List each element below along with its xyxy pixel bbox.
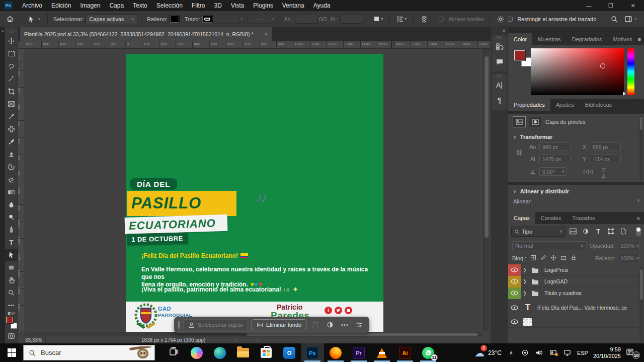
lock-artboard-icon[interactable] bbox=[560, 255, 567, 262]
type-tool[interactable]: T bbox=[5, 236, 18, 249]
zoom-tool[interactable] bbox=[5, 286, 18, 299]
align-panel-chevron-icon[interactable]: ∨ bbox=[636, 198, 640, 203]
horizontal-ruler[interactable]: 6005004003002001000100200300400500600700… bbox=[25, 41, 491, 49]
restore-button[interactable]: ❐ bbox=[600, 0, 622, 11]
filter-type-layers-icon[interactable]: T bbox=[593, 228, 603, 235]
poster-artwork[interactable]: DÍA DEL PASILLO ♪♪ ECUATORIANO 1 DE OCTU… bbox=[126, 54, 383, 332]
status-next-icon[interactable]: 〉 bbox=[235, 337, 240, 343]
color-picker-ring[interactable] bbox=[600, 63, 605, 68]
tab-propiedades[interactable]: Propiedades bbox=[508, 99, 550, 111]
horizontal-scrollbar-thumb[interactable] bbox=[247, 333, 478, 336]
menu-edicion[interactable]: Edición bbox=[47, 0, 75, 11]
notification-center-icon[interactable]: 10 bbox=[626, 348, 639, 357]
vlc-button[interactable] bbox=[370, 343, 393, 362]
character-panel-icon[interactable]: A| bbox=[492, 78, 507, 93]
file-explorer-button[interactable] bbox=[231, 343, 255, 362]
menu-ayuda[interactable]: Ayuda bbox=[309, 0, 335, 11]
filter-adjustment-layers-icon[interactable] bbox=[581, 228, 591, 235]
layer-name[interactable]: Titulo y cuadros bbox=[544, 290, 582, 296]
mask-icon[interactable] bbox=[529, 117, 541, 127]
foreground-color-well[interactable] bbox=[514, 50, 525, 60]
menu-seleccion[interactable]: Selección bbox=[152, 0, 187, 11]
color-saturation-field[interactable] bbox=[531, 48, 624, 95]
home-icon[interactable] bbox=[3, 15, 17, 23]
fill-swatch[interactable] bbox=[170, 15, 180, 23]
layer-name[interactable]: LogoGAD bbox=[544, 278, 568, 284]
eraser-tool[interactable] bbox=[5, 173, 18, 186]
outlook-button[interactable]: O bbox=[278, 343, 301, 362]
tab-motivos[interactable]: Motivos bbox=[607, 33, 637, 45]
link-wh-icon[interactable]: ⛓ bbox=[516, 149, 522, 156]
vertical-scrollbar-thumb[interactable] bbox=[485, 56, 489, 238]
layer-visibility-toggle[interactable] bbox=[508, 287, 521, 299]
lasso-tool[interactable] bbox=[5, 60, 18, 73]
brush-tool[interactable] bbox=[5, 135, 18, 148]
move-tool[interactable] bbox=[5, 35, 18, 47]
clock[interactable]: 9:59 20/10/2025 bbox=[593, 346, 621, 359]
shape-operations-icon[interactable]: ▾ bbox=[370, 15, 386, 23]
task-view-button[interactable] bbox=[162, 343, 185, 362]
start-button[interactable] bbox=[0, 343, 23, 362]
link-dimensions-icon[interactable]: GD bbox=[319, 16, 328, 22]
hue-slider-marker[interactable] bbox=[623, 92, 626, 96]
healing-brush-tool[interactable] bbox=[5, 123, 18, 135]
pen-tool[interactable] bbox=[5, 224, 18, 236]
layer-filter-dropdown[interactable]: Tipo ∨ bbox=[511, 227, 566, 237]
status-prev-icon[interactable]: 〈 bbox=[254, 337, 259, 343]
menu-filtro[interactable]: Filtro bbox=[187, 0, 210, 11]
marquee-tool[interactable] bbox=[5, 47, 18, 60]
layer-visibility-toggle[interactable] bbox=[508, 302, 521, 313]
edit-toolbar-icon[interactable]: ••• bbox=[5, 299, 18, 312]
volume-icon[interactable] bbox=[535, 349, 544, 356]
width-input[interactable] bbox=[296, 15, 318, 24]
layer-row[interactable]: TiFeliz Día del Pas... Valle Hermoso, ce bbox=[508, 299, 644, 316]
toolbar-grip[interactable]: ⣿⣿ bbox=[9, 27, 14, 35]
tray-expand-icon[interactable]: ∧ bbox=[507, 350, 516, 355]
vertical-ruler[interactable]: 0100200300400500600700800900100011001200… bbox=[18, 49, 25, 332]
lock-pixels-icon[interactable] bbox=[540, 255, 546, 262]
context-bar-settings-icon[interactable] bbox=[354, 321, 365, 328]
premiere-button[interactable]: Pr bbox=[347, 343, 370, 362]
filter-pixel-layers-icon[interactable] bbox=[568, 228, 578, 235]
menu-3d[interactable]: 3D bbox=[209, 0, 226, 11]
language-indicator[interactable]: ESP bbox=[577, 350, 588, 356]
angle-value[interactable]: 0,00°∨ bbox=[539, 167, 567, 176]
group-expand-icon[interactable]: ❯ bbox=[521, 291, 528, 296]
photoshop-taskbar-button[interactable]: Ps bbox=[301, 343, 324, 362]
canvas[interactable]: DÍA DEL PASILLO ♪♪ ECUATORIANO 1 DE OCTU… bbox=[25, 49, 484, 332]
menu-plugins[interactable]: Plugins bbox=[249, 0, 277, 11]
swap-colors-icon[interactable]: ◧⇄ bbox=[8, 312, 15, 316]
slice-tool[interactable] bbox=[5, 98, 18, 110]
menu-ventana[interactable]: Ventana bbox=[278, 0, 309, 11]
whatsapp-button[interactable]: 11 bbox=[417, 343, 440, 362]
align-section-header[interactable]: ∨Alinear y distribuir bbox=[508, 185, 644, 196]
context-bar-drag-handle[interactable] bbox=[178, 321, 180, 329]
group-expand-icon[interactable]: ❯ bbox=[521, 267, 528, 272]
menu-texto[interactable]: Texto bbox=[128, 0, 152, 11]
group-expand-icon[interactable]: ❯ bbox=[521, 279, 528, 284]
blur-tool[interactable] bbox=[5, 198, 18, 211]
document-close-icon[interactable]: × bbox=[265, 31, 268, 37]
color-panel-menu-icon[interactable]: ≡ bbox=[637, 33, 644, 45]
layer-visibility-toggle[interactable] bbox=[508, 316, 521, 328]
comments-panel-icon[interactable] bbox=[492, 54, 507, 69]
more-options-icon[interactable]: ••• bbox=[339, 322, 350, 328]
expand-toolbar-icon[interactable]: » bbox=[0, 27, 5, 34]
path-arrangement-icon[interactable] bbox=[417, 15, 431, 23]
workspace-switcher-icon[interactable]: ∨ bbox=[621, 15, 640, 23]
minimize-button[interactable]: — bbox=[578, 0, 600, 11]
height-input[interactable] bbox=[340, 15, 362, 24]
seleccionar-dropdown[interactable]: Capas activas∨ bbox=[86, 14, 137, 24]
width-value[interactable]: 980 px bbox=[539, 142, 571, 151]
eyedropper-tool[interactable] bbox=[5, 110, 18, 123]
document-tab[interactable]: Plantilla 2025.psd al 33,3% (504664122_5… bbox=[20, 27, 272, 41]
filter-smart-objects-icon[interactable] bbox=[618, 228, 628, 235]
tab-muestras[interactable]: Muestras bbox=[532, 33, 566, 45]
menu-vista[interactable]: Vista bbox=[226, 0, 249, 11]
search-highlight-sloth-image[interactable] bbox=[129, 346, 151, 359]
copilot-button[interactable] bbox=[185, 343, 208, 362]
path-alignment-icon[interactable]: ▾ bbox=[393, 15, 410, 23]
gradient-tool[interactable] bbox=[5, 186, 18, 198]
adjustments-icon[interactable] bbox=[325, 321, 336, 328]
edge-button[interactable] bbox=[208, 343, 231, 362]
